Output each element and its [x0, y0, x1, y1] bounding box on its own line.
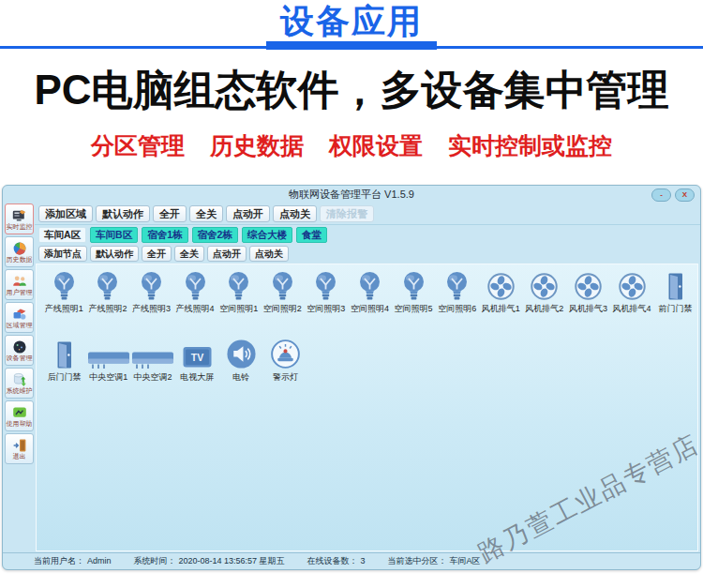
- device-item[interactable]: 警示灯: [263, 338, 307, 384]
- toolbar-button[interactable]: 点动关: [249, 246, 289, 262]
- device-item[interactable]: 产线照明1: [42, 269, 86, 315]
- device-label: 空间照明4: [351, 303, 389, 315]
- tab-complex-building[interactable]: 综合大楼: [242, 227, 292, 243]
- exit-icon: [12, 438, 27, 453]
- status-item: 当前选中分区：车间A区: [388, 555, 481, 567]
- monitor-icon: [12, 208, 27, 223]
- device-label: 后门门禁: [48, 371, 82, 384]
- tab-workshop-b[interactable]: 车间B区: [90, 227, 138, 243]
- device-item[interactable]: 空间照明5: [392, 269, 436, 315]
- device-item[interactable]: 空间照明2: [261, 269, 305, 315]
- sidebar-item-user-management[interactable]: 用户管理: [5, 269, 34, 300]
- toolbar-button[interactable]: 默认动作: [90, 246, 139, 262]
- sphere-icon: [12, 339, 27, 354]
- device-item[interactable]: 产线照明2: [86, 269, 130, 315]
- tab-workshop-a[interactable]: 车间A区: [38, 227, 86, 243]
- bulb-icon: [270, 269, 295, 301]
- device-label: 风机排气3: [569, 303, 607, 315]
- toolbar-button[interactable]: 点动开: [226, 205, 270, 222]
- banner-title: 设备应用: [0, 0, 703, 41]
- sidebar-item-label: 退出: [13, 453, 26, 460]
- sidebar-item-history-data[interactable]: 历史数据: [5, 236, 34, 267]
- fan-icon: [530, 269, 559, 301]
- device-item[interactable]: 前门门禁: [653, 269, 697, 315]
- device-item[interactable]: 中央空调1: [86, 338, 130, 384]
- device-item[interactable]: 空间照明4: [348, 269, 392, 315]
- banner: 设备应用: [0, 0, 703, 50]
- sidebar-item-label: 历史数据: [7, 256, 33, 264]
- device-item[interactable]: 空间照明6: [435, 269, 479, 315]
- status-item: 系统时间：2020-08-14 13:56:57 星期五: [134, 555, 285, 567]
- device-row-2: 后门门禁中央空调1中央空调2TV电视大屏电铃警示灯: [37, 315, 697, 384]
- device-item[interactable]: 产线照明4: [173, 269, 217, 315]
- toolbar-button[interactable]: 全开: [153, 205, 187, 222]
- toolbar-button[interactable]: 点动开: [207, 246, 247, 262]
- device-label: 产线照明2: [88, 303, 127, 315]
- toolbar-button[interactable]: 清除报警: [320, 205, 374, 222]
- sidebar: 实时监控历史数据用户管理区域管理设备管理系统维护使用帮助退出: [3, 203, 35, 552]
- app-window: 物联网设备管理平台 V1.5.9 - X 实时监控历史数据用户管理区域管理设备管…: [2, 185, 701, 570]
- toolbar-button[interactable]: 添加区域: [38, 205, 93, 222]
- toolbar-button[interactable]: 全开: [142, 246, 172, 262]
- sidebar-item-label: 系统维护: [7, 387, 33, 395]
- device-label: 中央空调1: [89, 371, 127, 384]
- device-item[interactable]: 空间照明3: [305, 269, 349, 315]
- device-item[interactable]: 中央空调2: [130, 338, 174, 384]
- sidebar-item-device-management[interactable]: 设备管理: [5, 335, 34, 366]
- status-label: 系统时间：: [134, 556, 176, 565]
- minimize-button[interactable]: -: [651, 188, 671, 202]
- help-icon: [12, 405, 27, 420]
- status-value: Admin: [87, 556, 112, 565]
- fan-icon: [618, 269, 647, 301]
- device-item[interactable]: 风机排气4: [610, 269, 654, 315]
- sidebar-item-area-management[interactable]: 区域管理: [5, 302, 34, 333]
- toolbar-button[interactable]: 全关: [174, 246, 204, 262]
- sidebar-item-help[interactable]: 使用帮助: [5, 400, 34, 431]
- device-item[interactable]: 空间照明1: [217, 269, 261, 315]
- device-item[interactable]: 后门门禁: [42, 338, 86, 384]
- bulb-icon: [52, 269, 77, 301]
- bulb-icon: [226, 269, 251, 301]
- underline-thick: [266, 41, 437, 50]
- sidebar-item-system-maintenance[interactable]: 系统维护: [5, 368, 34, 399]
- window-titlebar: 物联网设备管理平台 V1.5.9 - X: [3, 186, 700, 203]
- ac-icon: [87, 338, 130, 369]
- tab-dorm-2[interactable]: 宿舍2栋: [192, 227, 238, 243]
- close-button[interactable]: X: [675, 188, 695, 202]
- device-label: 空间照明6: [438, 303, 476, 315]
- toolbar-button[interactable]: 点动关: [273, 205, 317, 222]
- device-item[interactable]: 电铃: [219, 338, 263, 384]
- device-item[interactable]: 风机排气3: [566, 269, 610, 315]
- device-label: 空间照明5: [395, 303, 433, 315]
- bulb-icon: [444, 269, 470, 301]
- tab-row: 车间A区车间B区宿舍1栋宿舍2栋综合大楼食堂: [35, 225, 700, 244]
- bell-icon: [226, 338, 257, 369]
- device-item[interactable]: TV电视大屏: [175, 338, 219, 384]
- sidebar-item-label: 设备管理: [7, 354, 33, 362]
- device-label: 产线照明1: [45, 303, 83, 315]
- sidebar-item-label: 实时监控: [7, 223, 33, 231]
- device-label: 前门门禁: [659, 303, 693, 315]
- device-label: 风机排气1: [482, 303, 520, 315]
- toolbar-button[interactable]: 默认动作: [96, 205, 150, 222]
- bulb-icon: [357, 269, 382, 301]
- chart-icon: [12, 241, 27, 256]
- device-label: 中央空调2: [133, 371, 172, 384]
- status-value: 2020-08-14 13:56:57 星期五: [179, 556, 285, 565]
- tab-canteen[interactable]: 食堂: [296, 227, 327, 243]
- tab-dorm-1[interactable]: 宿舍1栋: [142, 227, 187, 243]
- window-body: 实时监控历史数据用户管理区域管理设备管理系统维护使用帮助退出 添加区域默认动作全…: [3, 203, 700, 552]
- sidebar-item-realtime-monitor[interactable]: 实时监控: [5, 204, 34, 234]
- sidebar-item-label: 区域管理: [7, 322, 33, 329]
- sidebar-item-logout[interactable]: 退出: [5, 433, 34, 464]
- toolbar-button[interactable]: 添加节点: [38, 246, 87, 262]
- device-item[interactable]: 风机排气2: [523, 269, 567, 315]
- device-item[interactable]: 产线照明3: [129, 269, 173, 315]
- svg-text:TV: TV: [190, 352, 202, 363]
- users-icon: [12, 274, 27, 289]
- door-icon: [666, 269, 685, 301]
- device-label: 空间照明2: [263, 303, 302, 315]
- toolbar-button[interactable]: 全关: [189, 205, 223, 222]
- device-label: 电视大屏: [180, 371, 214, 384]
- device-item[interactable]: 风机排气1: [479, 269, 523, 315]
